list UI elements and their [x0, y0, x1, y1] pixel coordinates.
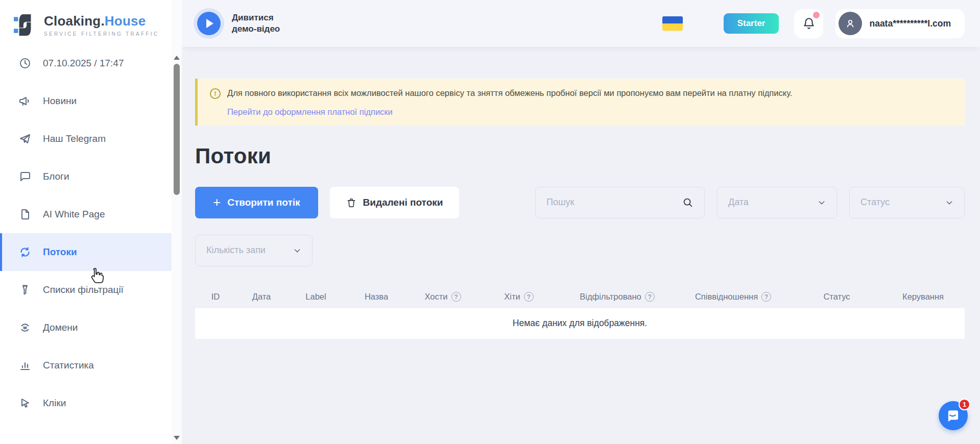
sync-icon: [18, 246, 32, 258]
chevron-down-icon: [945, 199, 953, 207]
sidebar-item-label: Потоки: [43, 246, 77, 258]
banner-text: Для повного використання всіх можливосте…: [227, 87, 792, 100]
chat-bubble-icon: [946, 408, 961, 424]
telegram-icon: [18, 133, 32, 145]
chevron-down-icon: [293, 246, 301, 255]
main-content: ! Для повного використання всіх можливос…: [182, 47, 980, 444]
clock-icon: [18, 57, 32, 69]
status-filter-dropdown[interactable]: Статус: [849, 187, 965, 218]
search-field[interactable]: [535, 187, 705, 218]
sidebar-item-label: Блоги: [43, 171, 69, 182]
chat-unread-badge: 1: [959, 399, 970, 410]
deleted-streams-button[interactable]: Видалені потоки: [330, 187, 460, 218]
filter-icon: [18, 284, 32, 296]
stats-icon: [18, 359, 32, 372]
sidebar-item-news[interactable]: Новини: [0, 82, 172, 120]
empty-state-row: Немає даних для відображення.: [195, 308, 965, 339]
sidebar-item-blogs[interactable]: Блоги: [0, 158, 172, 195]
brand-name: Cloaking.House: [44, 13, 159, 29]
search-icon[interactable]: [682, 197, 694, 208]
avatar: [839, 12, 862, 35]
column-name: Назва: [345, 292, 408, 302]
sidebar-item-clicks[interactable]: Кліки: [0, 384, 172, 422]
column-hits: Хіти?: [477, 292, 560, 302]
sidebar-item-label: AI White Page: [43, 209, 105, 220]
toolbar: + Створити потік Видалені потоки Дата Ст…: [195, 187, 965, 218]
sidebar-item-statistics[interactable]: Статистика: [0, 347, 172, 384]
plan-badge[interactable]: Starter: [724, 13, 779, 34]
subscribe-link[interactable]: Перейти до оформлення платної підписки: [227, 107, 393, 117]
help-icon[interactable]: ?: [645, 292, 655, 302]
notification-dot: [813, 12, 820, 18]
sidebar-item-ai-white-page[interactable]: AI White Page: [0, 195, 172, 233]
brand-logo[interactable]: Cloaking.House SERVICE FILTERING TRAFFIC: [0, 0, 172, 37]
sidebar-item-telegram[interactable]: Наш Telegram: [0, 120, 172, 158]
chevron-down-icon: [818, 199, 826, 207]
page-icon: [18, 208, 32, 220]
sidebar-scrollbar[interactable]: [172, 0, 182, 444]
scroll-up-arrow[interactable]: [174, 56, 180, 60]
user-email: naata**********l.com: [869, 18, 951, 29]
brand-tagline: SERVICE FILTERING TRAFFIC: [44, 31, 159, 37]
sidebar-item-label: Наш Telegram: [43, 133, 106, 144]
column-actions: Керування: [881, 292, 965, 302]
sidebar: Cloaking.House SERVICE FILTERING TRAFFIC…: [0, 0, 172, 444]
scroll-down-arrow[interactable]: [174, 436, 180, 440]
scrollbar-thumb[interactable]: [174, 64, 180, 195]
column-filtered: Відфільтровано?: [560, 292, 674, 302]
brand-logo-icon: [13, 13, 37, 37]
column-ratio: Співвідношення?: [674, 292, 792, 302]
empty-state-text: Немає даних для відображення.: [513, 318, 647, 329]
streams-table-header: ID Дата Label Назва Хости? Хіти? Відфіль…: [195, 286, 965, 308]
bell-icon: [802, 17, 816, 30]
sidebar-nav: 07.10.2025 / 17:47 Новини Наш Telegram Б…: [0, 44, 172, 422]
account-menu[interactable]: naata**********l.com: [835, 9, 965, 38]
sidebar-item-label: 07.10.2025 / 17:47: [43, 58, 124, 69]
sidebar-item-label: Кліки: [43, 398, 66, 409]
rows-count-dropdown[interactable]: Кількість запи: [195, 235, 313, 266]
sidebar-item-label: Списки фільтрації: [43, 284, 124, 295]
help-icon[interactable]: ?: [524, 292, 534, 302]
column-id: ID: [195, 292, 236, 302]
page-title: Потоки: [195, 144, 965, 168]
chat-icon: [18, 170, 32, 183]
svg-text:w: w: [22, 325, 27, 330]
create-stream-button[interactable]: + Створити потік: [195, 187, 318, 218]
sidebar-item-label: Новини: [43, 95, 77, 107]
warning-icon: !: [210, 88, 221, 99]
chat-widget-button[interactable]: 1: [939, 401, 968, 430]
sidebar-item-filter-lists[interactable]: Списки фільтрації: [0, 271, 172, 309]
column-status: Статус: [792, 292, 881, 302]
play-icon[interactable]: [197, 12, 221, 35]
cursor-icon: [18, 397, 32, 409]
demo-video-label: Дивитися демо-відео: [232, 12, 280, 35]
sidebar-item-label: Статистика: [43, 360, 94, 371]
help-icon[interactable]: ?: [761, 292, 771, 302]
help-icon[interactable]: ?: [451, 292, 461, 302]
column-hosts: Хости?: [408, 292, 477, 302]
date-filter-dropdown[interactable]: Дата: [717, 187, 837, 218]
sidebar-item-domains[interactable]: w Домени: [0, 309, 172, 347]
user-icon: [844, 17, 856, 30]
column-label: Label: [287, 292, 345, 302]
notifications-button[interactable]: [794, 9, 823, 38]
column-date: Дата: [236, 292, 287, 302]
sidebar-item-label: Домени: [43, 322, 78, 333]
demo-video-button[interactable]: Дивитися демо-відео: [197, 12, 280, 35]
sidebar-item-datetime: 07.10.2025 / 17:47: [0, 44, 172, 82]
sidebar-item-streams[interactable]: Потоки: [0, 233, 172, 271]
trash-icon: [346, 197, 356, 208]
megaphone-icon: [18, 95, 32, 107]
search-input[interactable]: [546, 197, 669, 208]
topbar: Дивитися демо-відео Starter naata*******…: [182, 0, 980, 47]
globe-icon: w: [18, 322, 32, 334]
language-flag-ukraine[interactable]: [662, 16, 683, 31]
trial-warning-banner: ! Для повного використання всіх можливос…: [195, 79, 965, 126]
